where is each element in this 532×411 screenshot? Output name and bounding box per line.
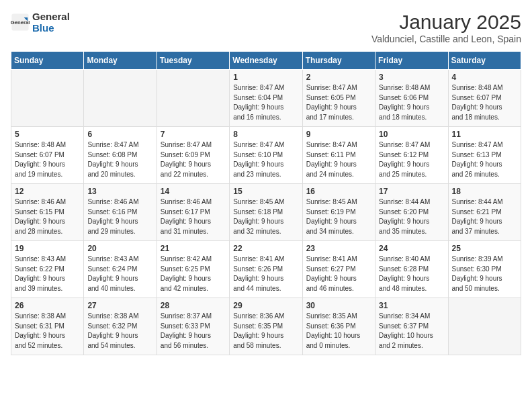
day-number: 1 bbox=[233, 73, 298, 82]
calendar-cell bbox=[11, 70, 84, 127]
day-number: 3 bbox=[379, 73, 444, 82]
calendar-week-row: 1Sunrise: 8:47 AM Sunset: 6:04 PM Daylig… bbox=[11, 70, 521, 127]
calendar-cell: 8Sunrise: 8:47 AM Sunset: 6:10 PM Daylig… bbox=[230, 127, 302, 184]
logo: General General Blue bbox=[11, 11, 70, 34]
calendar-cell: 29Sunrise: 8:36 AM Sunset: 6:35 PM Dayli… bbox=[230, 298, 302, 355]
day-info: Sunrise: 8:48 AM Sunset: 6:06 PM Dayligh… bbox=[379, 83, 444, 122]
calendar-cell: 4Sunrise: 8:48 AM Sunset: 6:07 PM Daylig… bbox=[448, 70, 521, 127]
day-number: 27 bbox=[87, 301, 152, 310]
day-number: 17 bbox=[379, 187, 444, 196]
calendar-cell: 5Sunrise: 8:48 AM Sunset: 6:07 PM Daylig… bbox=[11, 127, 84, 184]
calendar-cell bbox=[448, 298, 521, 355]
day-number: 10 bbox=[379, 130, 444, 139]
day-info: Sunrise: 8:47 AM Sunset: 6:12 PM Dayligh… bbox=[379, 140, 444, 179]
day-info: Sunrise: 8:40 AM Sunset: 6:28 PM Dayligh… bbox=[379, 255, 444, 293]
day-info: Sunrise: 8:34 AM Sunset: 6:37 PM Dayligh… bbox=[379, 312, 444, 351]
calendar-cell: 24Sunrise: 8:40 AM Sunset: 6:28 PM Dayli… bbox=[375, 241, 448, 298]
day-number: 31 bbox=[379, 301, 444, 310]
calendar-cell: 26Sunrise: 8:38 AM Sunset: 6:31 PM Dayli… bbox=[11, 298, 84, 355]
day-number: 8 bbox=[233, 130, 298, 139]
day-info: Sunrise: 8:38 AM Sunset: 6:32 PM Dayligh… bbox=[87, 312, 152, 351]
day-number: 28 bbox=[161, 301, 226, 310]
day-info: Sunrise: 8:42 AM Sunset: 6:25 PM Dayligh… bbox=[161, 255, 226, 293]
calendar-cell: 18Sunrise: 8:44 AM Sunset: 6:21 PM Dayli… bbox=[448, 184, 521, 241]
calendar-subtitle: Valdunciel, Castille and Leon, Spain bbox=[371, 34, 521, 44]
day-number: 5 bbox=[15, 130, 80, 139]
weekday-header: Sunday bbox=[11, 52, 84, 70]
calendar-cell: 23Sunrise: 8:41 AM Sunset: 6:27 PM Dayli… bbox=[302, 241, 375, 298]
weekday-header: Wednesday bbox=[230, 52, 302, 70]
day-info: Sunrise: 8:36 AM Sunset: 6:35 PM Dayligh… bbox=[233, 312, 298, 351]
day-number: 15 bbox=[233, 187, 298, 196]
calendar-week-row: 5Sunrise: 8:48 AM Sunset: 6:07 PM Daylig… bbox=[11, 127, 521, 184]
calendar-table: SundayMondayTuesdayWednesdayThursdayFrid… bbox=[11, 51, 521, 355]
day-number: 21 bbox=[161, 244, 226, 253]
day-info: Sunrise: 8:44 AM Sunset: 6:20 PM Dayligh… bbox=[379, 197, 444, 236]
day-info: Sunrise: 8:41 AM Sunset: 6:26 PM Dayligh… bbox=[233, 255, 298, 293]
day-info: Sunrise: 8:47 AM Sunset: 6:04 PM Dayligh… bbox=[233, 83, 298, 122]
calendar-cell: 14Sunrise: 8:46 AM Sunset: 6:17 PM Dayli… bbox=[157, 184, 229, 241]
day-info: Sunrise: 8:45 AM Sunset: 6:18 PM Dayligh… bbox=[233, 197, 298, 236]
calendar-week-row: 26Sunrise: 8:38 AM Sunset: 6:31 PM Dayli… bbox=[11, 298, 521, 355]
weekday-header-row: SundayMondayTuesdayWednesdayThursdayFrid… bbox=[11, 52, 521, 70]
day-number: 14 bbox=[161, 187, 226, 196]
weekday-header: Tuesday bbox=[157, 52, 229, 70]
calendar-cell bbox=[84, 70, 157, 127]
logo-general-text: General bbox=[32, 11, 70, 22]
calendar-week-row: 12Sunrise: 8:46 AM Sunset: 6:15 PM Dayli… bbox=[11, 184, 521, 241]
day-info: Sunrise: 8:43 AM Sunset: 6:22 PM Dayligh… bbox=[15, 255, 80, 293]
weekday-header: Friday bbox=[375, 52, 448, 70]
calendar-cell: 13Sunrise: 8:46 AM Sunset: 6:16 PM Dayli… bbox=[84, 184, 157, 241]
day-number: 6 bbox=[87, 130, 152, 139]
day-number: 13 bbox=[87, 187, 152, 196]
day-number: 22 bbox=[233, 244, 298, 253]
day-info: Sunrise: 8:47 AM Sunset: 6:09 PM Dayligh… bbox=[161, 140, 226, 179]
day-number: 11 bbox=[452, 130, 517, 139]
day-number: 30 bbox=[306, 301, 371, 310]
day-info: Sunrise: 8:48 AM Sunset: 6:07 PM Dayligh… bbox=[15, 140, 80, 179]
day-number: 18 bbox=[452, 187, 517, 196]
day-info: Sunrise: 8:46 AM Sunset: 6:15 PM Dayligh… bbox=[15, 197, 80, 236]
day-number: 2 bbox=[306, 73, 371, 82]
day-number: 16 bbox=[306, 187, 371, 196]
logo-blue-text: Blue bbox=[32, 22, 70, 34]
logo-icon: General bbox=[11, 13, 30, 32]
calendar-cell: 2Sunrise: 8:47 AM Sunset: 6:05 PM Daylig… bbox=[302, 70, 375, 127]
day-number: 20 bbox=[87, 244, 152, 253]
day-info: Sunrise: 8:37 AM Sunset: 6:33 PM Dayligh… bbox=[161, 312, 226, 351]
day-number: 7 bbox=[161, 130, 226, 139]
calendar-cell: 9Sunrise: 8:47 AM Sunset: 6:11 PM Daylig… bbox=[302, 127, 375, 184]
day-info: Sunrise: 8:46 AM Sunset: 6:16 PM Dayligh… bbox=[87, 197, 152, 236]
day-number: 23 bbox=[306, 244, 371, 253]
calendar-cell: 15Sunrise: 8:45 AM Sunset: 6:18 PM Dayli… bbox=[230, 184, 302, 241]
day-info: Sunrise: 8:43 AM Sunset: 6:24 PM Dayligh… bbox=[87, 255, 152, 293]
day-info: Sunrise: 8:39 AM Sunset: 6:30 PM Dayligh… bbox=[452, 255, 517, 293]
day-info: Sunrise: 8:38 AM Sunset: 6:31 PM Dayligh… bbox=[15, 312, 80, 351]
calendar-cell: 31Sunrise: 8:34 AM Sunset: 6:37 PM Dayli… bbox=[375, 298, 448, 355]
calendar-cell: 25Sunrise: 8:39 AM Sunset: 6:30 PM Dayli… bbox=[448, 241, 521, 298]
day-info: Sunrise: 8:41 AM Sunset: 6:27 PM Dayligh… bbox=[306, 255, 371, 293]
day-info: Sunrise: 8:48 AM Sunset: 6:07 PM Dayligh… bbox=[452, 83, 517, 122]
weekday-header: Thursday bbox=[302, 52, 375, 70]
calendar-cell: 28Sunrise: 8:37 AM Sunset: 6:33 PM Dayli… bbox=[157, 298, 229, 355]
calendar-cell: 1Sunrise: 8:47 AM Sunset: 6:04 PM Daylig… bbox=[230, 70, 302, 127]
day-number: 4 bbox=[452, 73, 517, 82]
calendar-cell: 3Sunrise: 8:48 AM Sunset: 6:06 PM Daylig… bbox=[375, 70, 448, 127]
calendar-title: January 2025 bbox=[371, 11, 521, 34]
header: General General Blue January 2025 Valdun… bbox=[11, 11, 521, 44]
day-info: Sunrise: 8:45 AM Sunset: 6:19 PM Dayligh… bbox=[306, 197, 371, 236]
calendar-cell: 19Sunrise: 8:43 AM Sunset: 6:22 PM Dayli… bbox=[11, 241, 84, 298]
day-info: Sunrise: 8:47 AM Sunset: 6:05 PM Dayligh… bbox=[306, 83, 371, 122]
day-number: 25 bbox=[452, 244, 517, 253]
calendar-cell: 7Sunrise: 8:47 AM Sunset: 6:09 PM Daylig… bbox=[157, 127, 229, 184]
title-area: January 2025 Valdunciel, Castille and Le… bbox=[371, 11, 521, 44]
calendar-cell: 10Sunrise: 8:47 AM Sunset: 6:12 PM Dayli… bbox=[375, 127, 448, 184]
calendar-cell: 12Sunrise: 8:46 AM Sunset: 6:15 PM Dayli… bbox=[11, 184, 84, 241]
calendar-cell: 11Sunrise: 8:47 AM Sunset: 6:13 PM Dayli… bbox=[448, 127, 521, 184]
calendar-cell: 20Sunrise: 8:43 AM Sunset: 6:24 PM Dayli… bbox=[84, 241, 157, 298]
calendar-cell: 27Sunrise: 8:38 AM Sunset: 6:32 PM Dayli… bbox=[84, 298, 157, 355]
calendar-cell: 21Sunrise: 8:42 AM Sunset: 6:25 PM Dayli… bbox=[157, 241, 229, 298]
day-info: Sunrise: 8:47 AM Sunset: 6:10 PM Dayligh… bbox=[233, 140, 298, 179]
calendar-cell: 30Sunrise: 8:35 AM Sunset: 6:36 PM Dayli… bbox=[302, 298, 375, 355]
day-info: Sunrise: 8:44 AM Sunset: 6:21 PM Dayligh… bbox=[452, 197, 517, 236]
